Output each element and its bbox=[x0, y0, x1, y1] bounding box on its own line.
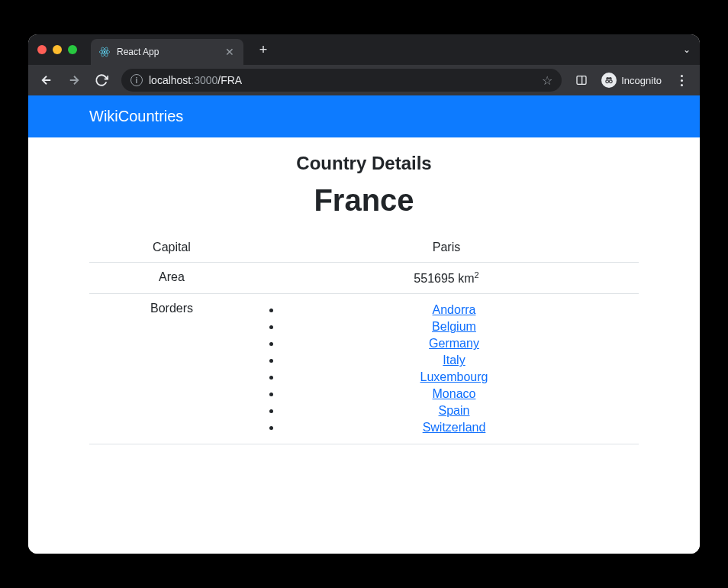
border-link[interactable]: Andorra bbox=[433, 303, 476, 316]
forward-button[interactable] bbox=[62, 68, 86, 92]
new-tab-button[interactable]: + bbox=[254, 42, 272, 58]
list-item: Italy bbox=[282, 352, 627, 369]
svg-point-7 bbox=[610, 80, 613, 83]
border-link[interactable]: Switzerland bbox=[423, 421, 486, 434]
tab-overflow-button[interactable]: ⌄ bbox=[683, 44, 691, 55]
panel-toggle-icon[interactable] bbox=[569, 68, 594, 92]
border-link[interactable]: Monaco bbox=[433, 387, 476, 400]
close-window-button[interactable] bbox=[37, 45, 47, 54]
country-name: France bbox=[89, 183, 639, 218]
border-link[interactable]: Italy bbox=[443, 354, 465, 367]
borders-label: Borders bbox=[89, 294, 254, 444]
tab-bar: React App ✕ + ⌄ bbox=[28, 34, 700, 65]
maximize-window-button[interactable] bbox=[68, 45, 77, 54]
page-title: Country Details bbox=[89, 153, 639, 174]
reload-button[interactable] bbox=[89, 68, 114, 92]
incognito-badge[interactable]: Incognito bbox=[597, 73, 666, 88]
minimize-window-button[interactable] bbox=[53, 45, 62, 54]
list-item: Andorra bbox=[282, 302, 627, 318]
url-text: localhost:3000/FRA bbox=[149, 74, 536, 86]
browser-menu-button[interactable] bbox=[669, 68, 694, 92]
incognito-label: Incognito bbox=[621, 75, 662, 86]
browser-tab[interactable]: React App ✕ bbox=[91, 39, 243, 65]
window-controls bbox=[37, 45, 77, 54]
borders-list: AndorraBelgiumGermanyItalyLuxembourgMona… bbox=[266, 302, 627, 436]
browser-window: React App ✕ + ⌄ i loca bbox=[28, 34, 700, 554]
address-bar: i localhost:3000/FRA ☆ Incognito bbox=[28, 65, 700, 95]
url-input[interactable]: i localhost:3000/FRA ☆ bbox=[121, 69, 562, 92]
list-item: Germany bbox=[282, 335, 627, 352]
chevron-down-icon: ⌄ bbox=[683, 44, 691, 55]
list-item: Switzerland bbox=[282, 419, 627, 436]
bookmark-star-icon[interactable]: ☆ bbox=[542, 73, 552, 88]
capital-label: Capital bbox=[89, 233, 254, 263]
table-row-capital: Capital Paris bbox=[89, 233, 639, 263]
back-button[interactable] bbox=[34, 68, 59, 92]
area-value: 551695 km2 bbox=[254, 263, 639, 294]
svg-point-6 bbox=[606, 80, 609, 83]
main-content: Country Details France Capital Paris Are… bbox=[28, 137, 700, 460]
border-link[interactable]: Belgium bbox=[432, 320, 476, 333]
close-tab-button[interactable]: ✕ bbox=[224, 46, 236, 58]
app-navbar: WikiCountries bbox=[28, 95, 700, 137]
react-favicon-icon bbox=[98, 46, 111, 58]
table-row-area: Area 551695 km2 bbox=[89, 263, 639, 294]
list-item: Spain bbox=[282, 402, 627, 419]
list-item: Luxembourg bbox=[282, 369, 627, 386]
tab-title: React App bbox=[117, 47, 217, 57]
list-item: Belgium bbox=[282, 318, 627, 335]
border-link[interactable]: Luxembourg bbox=[420, 370, 488, 383]
page-content: WikiCountries Country Details France Cap… bbox=[28, 95, 700, 554]
navbar-brand[interactable]: WikiCountries bbox=[89, 108, 183, 124]
borders-cell: AndorraBelgiumGermanyItalyLuxembourgMona… bbox=[254, 294, 639, 444]
list-item: Monaco bbox=[282, 386, 627, 402]
capital-value: Paris bbox=[254, 233, 639, 263]
border-link[interactable]: Germany bbox=[429, 337, 479, 350]
border-link[interactable]: Spain bbox=[439, 404, 470, 417]
area-label: Area bbox=[89, 263, 254, 294]
kebab-menu-icon bbox=[675, 75, 689, 86]
site-info-icon[interactable]: i bbox=[130, 74, 143, 86]
svg-point-0 bbox=[104, 51, 105, 53]
incognito-icon bbox=[601, 73, 617, 88]
country-details-table: Capital Paris Area 551695 km2 Borders bbox=[89, 233, 639, 444]
table-row-borders: Borders AndorraBelgiumGermanyItalyLuxemb… bbox=[89, 294, 639, 444]
